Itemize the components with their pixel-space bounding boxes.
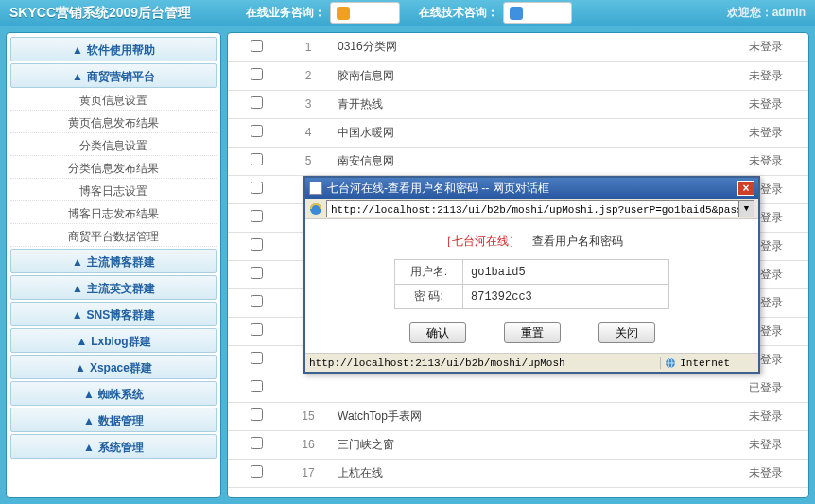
row-checkbox[interactable]: [251, 408, 263, 421]
dialog-site-name: ［七台河在线］: [441, 235, 520, 248]
dialog-titlebar[interactable]: 七台河在线-查看用户名和密码 -- 网页对话框 ×: [305, 178, 758, 199]
row-status: 未登录: [723, 33, 808, 61]
qq-msg-label: QQ留言: [526, 5, 566, 21]
row-status: 未登录: [723, 459, 808, 487]
triangle-up-icon: ▲: [83, 388, 95, 401]
tech-consult: 在线技术咨询： QQ留言: [419, 2, 573, 24]
row-site-name[interactable]: 青开热线: [332, 90, 723, 118]
close-icon[interactable]: ×: [737, 181, 754, 196]
header-right: 在线业务咨询： QQ交谈 在线技术咨询： QQ留言 欢迎您：admin: [246, 2, 815, 24]
nav-item[interactable]: 商贸平台数据管理: [10, 226, 217, 247]
row-number: 5: [285, 147, 332, 175]
row-status: 未登录: [723, 430, 808, 459]
row-checkbox[interactable]: [251, 437, 263, 449]
row-site-name[interactable]: 中国水暖网: [332, 118, 723, 147]
row-checkbox[interactable]: [251, 465, 263, 478]
table-row: 17上杭在线未登录: [228, 459, 808, 487]
row-checkbox[interactable]: [251, 323, 263, 336]
nav-section-header[interactable]: ▲主流英文群建: [10, 275, 217, 300]
dialog-title: 七台河在线-查看用户名和密码 -- 网页对话框: [327, 181, 737, 197]
row-checkbox[interactable]: [251, 210, 263, 222]
status-zone: Internet: [661, 357, 758, 369]
dialog-statusbar: http://localhost:2113/ui/b2b/moshi/upMos…: [305, 353, 758, 372]
username-value[interactable]: go1baid5: [463, 260, 669, 285]
ie-icon: [309, 202, 322, 216]
qq-msg-button[interactable]: QQ留言: [503, 2, 573, 24]
row-site-name[interactable]: 南安信息网: [332, 147, 723, 175]
dialog-body: ［七台河在线］ 查看用户名和密码 用户名: go1baid5 密 码: 8713…: [305, 219, 758, 353]
row-number: 4: [285, 118, 332, 147]
row-checkbox[interactable]: [251, 125, 263, 137]
row-status: 未登录: [723, 90, 808, 118]
dialog-url-field[interactable]: http://localhost:2113/ui/b2b/moshi/upMos…: [326, 200, 739, 217]
row-site-name[interactable]: 上杭在线: [332, 459, 723, 487]
row-checkbox[interactable]: [251, 238, 263, 251]
username-label: 用户名:: [395, 260, 463, 285]
triangle-up-icon: ▲: [76, 335, 87, 348]
table-row: 2胶南信息网未登录: [228, 61, 808, 90]
nav-section-label: 主流博客群建: [87, 255, 155, 269]
nav-section-label: 商贸营销平台: [87, 70, 155, 83]
dialog-urlbar: http://localhost:2113/ui/b2b/moshi/upMos…: [305, 199, 758, 219]
view-credentials-dialog: 七台河在线-查看用户名和密码 -- 网页对话框 × http://localho…: [303, 176, 760, 374]
nav-item[interactable]: 分类信息设置: [10, 135, 217, 156]
tech-consult-label: 在线技术咨询：: [419, 5, 498, 21]
nav-section-header[interactable]: ▲商贸营销平台: [10, 63, 217, 88]
row-site-name[interactable]: 胶南信息网: [332, 61, 723, 90]
nav-item[interactable]: 黄页信息发布结果: [10, 113, 217, 133]
nav-section-header[interactable]: ▲Xspace群建: [10, 355, 217, 379]
nav-section-label: 软件使用帮助: [87, 43, 155, 57]
row-number: 1: [285, 33, 332, 61]
password-value[interactable]: 871392cc3: [463, 285, 669, 309]
row-checkbox[interactable]: [251, 68, 263, 80]
triangle-up-icon: ▲: [72, 308, 83, 322]
triangle-up-icon: ▲: [83, 441, 95, 454]
nav-item[interactable]: 博客日志设置: [10, 181, 217, 201]
nav-section-header[interactable]: ▲蜘蛛系统: [10, 381, 217, 406]
row-checkbox[interactable]: [251, 153, 263, 165]
nav-section-header[interactable]: ▲主流博客群建: [10, 249, 217, 273]
row-checkbox[interactable]: [251, 267, 263, 279]
header-bar: SKYCC营销系统2009后台管理 在线业务咨询： QQ交谈 在线技术咨询： Q…: [0, 0, 815, 26]
triangle-up-icon: ▲: [72, 70, 83, 83]
nav-section-header[interactable]: ▲系统管理: [10, 434, 217, 459]
password-label: 密 码:: [395, 285, 463, 309]
nav-section-label: 系统管理: [98, 441, 144, 454]
row-site-name[interactable]: WatchTop手表网: [332, 402, 723, 430]
nav-section-header[interactable]: ▲SNS博客群建: [10, 302, 217, 326]
ok-button[interactable]: 确认: [409, 322, 466, 343]
app-title: SKYCC营销系统2009后台管理: [0, 5, 246, 22]
nav-section-header[interactable]: ▲软件使用帮助: [10, 37, 217, 61]
chevron-down-icon[interactable]: ▼: [739, 200, 754, 217]
nav-section-label: SNS博客群建: [87, 308, 156, 322]
triangle-up-icon: ▲: [72, 255, 83, 269]
triangle-up-icon: ▲: [72, 282, 83, 295]
row-site-name[interactable]: [332, 374, 723, 402]
row-status: 已登录: [723, 374, 808, 402]
row-checkbox[interactable]: [251, 182, 263, 194]
qq-penguin-icon: [337, 7, 350, 20]
nav-section-header[interactable]: ▲数据管理: [10, 408, 217, 432]
dialog-head-text: 查看用户名和密码: [532, 235, 623, 248]
qq-chat-button[interactable]: QQ交谈: [330, 2, 400, 24]
nav-item[interactable]: 分类信息发布结果: [10, 158, 217, 179]
row-checkbox[interactable]: [251, 295, 263, 307]
nav-section-label: 数据管理: [98, 414, 144, 427]
table-row: 15WatchTop手表网未登录: [228, 402, 808, 430]
qq-chat-label: QQ交谈: [353, 5, 393, 21]
row-checkbox[interactable]: [251, 96, 263, 109]
nav-item[interactable]: 博客日志发布结果: [10, 203, 217, 224]
globe-icon: [665, 357, 676, 369]
row-site-name[interactable]: 0316分类网: [332, 33, 723, 61]
nav-section-header[interactable]: ▲Lxblog群建: [10, 328, 217, 353]
close-button[interactable]: 关闭: [598, 322, 655, 343]
table-row: 16三门峡之窗未登录: [228, 430, 808, 459]
nav-item[interactable]: 黄页信息设置: [10, 90, 217, 111]
row-checkbox[interactable]: [251, 380, 263, 392]
row-checkbox[interactable]: [251, 352, 263, 364]
nav-section-label: 蜘蛛系统: [98, 388, 144, 401]
qq-msg-icon: [510, 7, 523, 20]
row-checkbox[interactable]: [251, 40, 263, 52]
reset-button[interactable]: 重置: [504, 322, 561, 343]
row-site-name[interactable]: 三门峡之窗: [332, 430, 723, 459]
